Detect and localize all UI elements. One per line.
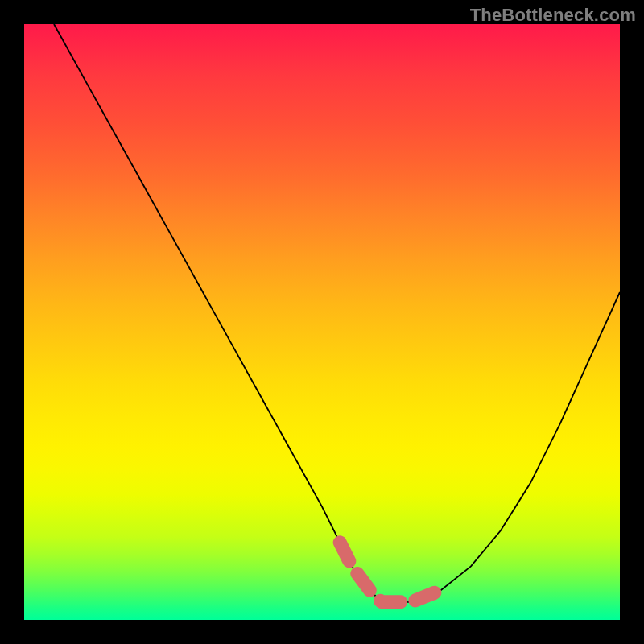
plot-area [24, 24, 620, 620]
chart-svg [24, 24, 620, 620]
marker-band [340, 543, 441, 602]
chart-container: TheBottleneck.com [0, 0, 644, 644]
watermark-text: TheBottleneck.com [470, 5, 636, 26]
curve-line [54, 24, 620, 602]
